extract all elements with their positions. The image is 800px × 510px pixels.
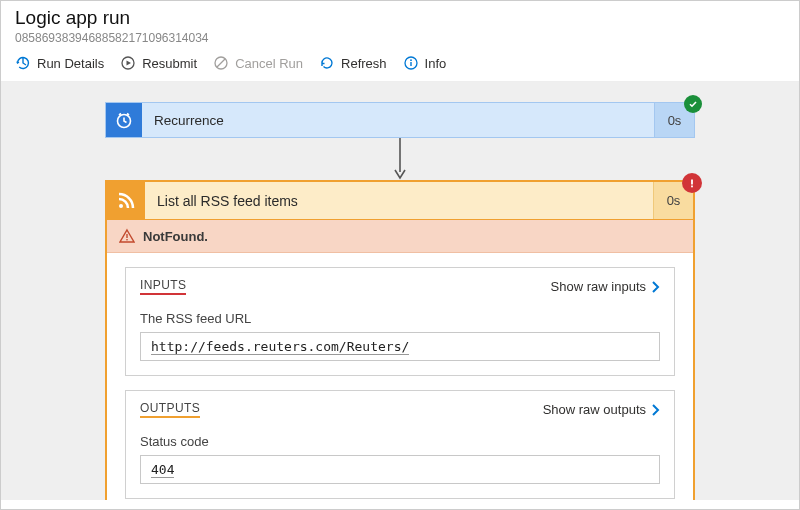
cancel-run-label: Cancel Run: [235, 56, 303, 71]
svg-point-9: [119, 204, 123, 208]
page-title: Logic app run: [15, 7, 785, 29]
inputs-section: INPUTS Show raw inputs The RSS feed URL …: [125, 267, 675, 376]
inputs-header: INPUTS Show raw inputs: [126, 268, 674, 303]
inputs-body: The RSS feed URL http://feeds.reuters.co…: [126, 311, 674, 375]
outputs-section: OUTPUTS Show raw outputs Status code 404: [125, 390, 675, 499]
chevron-right-icon: [650, 404, 660, 416]
outputs-header: OUTPUTS Show raw outputs: [126, 391, 674, 426]
rss-url-value[interactable]: http://feeds.reuters.com/Reuters/: [140, 332, 660, 361]
info-label: Info: [425, 56, 447, 71]
status-code-value[interactable]: 404: [140, 455, 660, 484]
action-header: List all RSS feed items 0s: [107, 182, 693, 220]
action-card-rss[interactable]: List all RSS feed items 0s NotFound. INP…: [105, 180, 695, 500]
outputs-heading: OUTPUTS: [140, 401, 200, 418]
rss-icon: [107, 182, 145, 219]
show-raw-inputs-label: Show raw inputs: [551, 279, 646, 294]
status-code-label: Status code: [140, 434, 660, 449]
show-raw-outputs-link[interactable]: Show raw outputs: [543, 402, 660, 417]
refresh-button[interactable]: Refresh: [319, 55, 387, 71]
svg-line-2: [217, 59, 225, 67]
info-button[interactable]: Info: [403, 55, 447, 71]
svg-rect-12: [126, 234, 127, 238]
resubmit-button[interactable]: Resubmit: [120, 55, 197, 71]
action-title: List all RSS feed items: [145, 182, 653, 219]
canvas-inner: Recurrence 0s List all RSS feed items 0s: [105, 102, 695, 500]
clock-icon: [106, 103, 142, 137]
error-message: NotFound.: [143, 229, 208, 244]
run-details-button[interactable]: Run Details: [15, 55, 104, 71]
cancel-icon: [213, 55, 229, 71]
cancel-run-button: Cancel Run: [213, 55, 303, 71]
refresh-label: Refresh: [341, 56, 387, 71]
connector-arrow: [105, 138, 695, 180]
inputs-heading: INPUTS: [140, 278, 186, 295]
run-details-label: Run Details: [37, 56, 104, 71]
success-badge-icon: [684, 95, 702, 113]
logic-app-run-page: Logic app run 08586938394688582171096314…: [0, 0, 800, 510]
resubmit-label: Resubmit: [142, 56, 197, 71]
info-icon: [403, 55, 419, 71]
svg-rect-10: [691, 180, 693, 185]
history-icon: [15, 55, 31, 71]
trigger-title: Recurrence: [142, 103, 654, 137]
designer-canvas[interactable]: Recurrence 0s List all RSS feed items 0s: [1, 82, 799, 500]
run-id: 08586938394688582171096314034: [15, 31, 785, 45]
resubmit-icon: [120, 55, 136, 71]
svg-rect-5: [410, 62, 411, 66]
svg-rect-13: [126, 239, 127, 240]
error-strip: NotFound.: [107, 220, 693, 253]
toolbar: Run Details Resubmit Cancel Run Refresh …: [1, 47, 799, 82]
page-header: Logic app run 08586938394688582171096314…: [1, 1, 799, 47]
svg-point-4: [410, 59, 412, 61]
rss-url-label: The RSS feed URL: [140, 311, 660, 326]
trigger-card-recurrence[interactable]: Recurrence 0s: [105, 102, 695, 138]
chevron-right-icon: [650, 281, 660, 293]
svg-rect-11: [691, 186, 693, 188]
show-raw-outputs-label: Show raw outputs: [543, 402, 646, 417]
error-badge-icon: [682, 173, 702, 193]
refresh-icon: [319, 55, 335, 71]
outputs-body: Status code 404: [126, 434, 674, 498]
warning-triangle-icon: [119, 228, 135, 244]
show-raw-inputs-link[interactable]: Show raw inputs: [551, 279, 660, 294]
